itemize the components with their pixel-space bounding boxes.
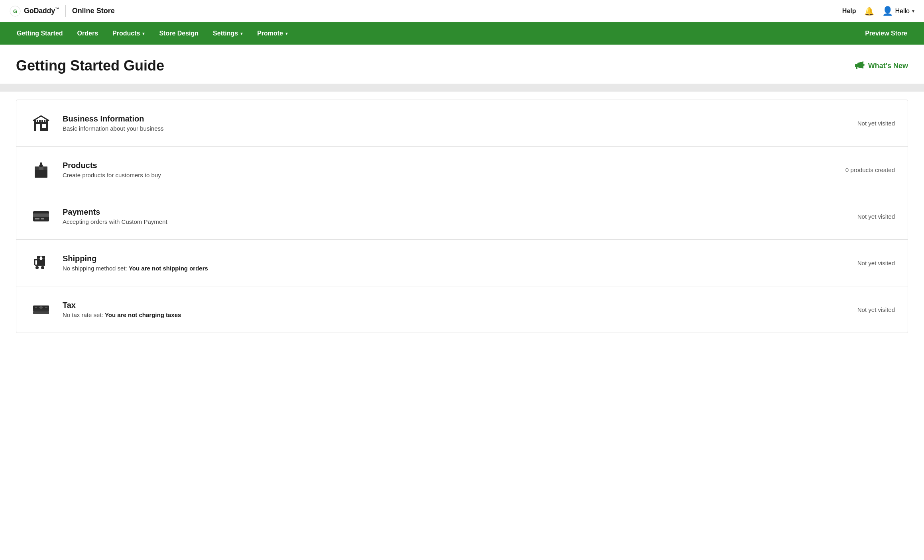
products-title: Products	[63, 161, 830, 170]
payments-desc: Accepting orders with Custom Payment	[63, 218, 841, 225]
payments-status: Not yet visited	[857, 213, 895, 220]
nav-item-getting-started[interactable]: Getting Started	[10, 22, 70, 45]
products-desc: Create products for customers to buy	[63, 172, 830, 178]
products-chevron-icon: ▾	[142, 31, 145, 36]
tax-icon	[29, 298, 53, 321]
nav-item-store-design[interactable]: Store Design	[152, 22, 206, 45]
logo-area[interactable]: G GoDaddy™	[10, 6, 59, 17]
promote-chevron-icon: ▾	[285, 31, 288, 36]
business-info-status: Not yet visited	[857, 120, 895, 127]
settings-chevron-icon: ▾	[240, 31, 243, 36]
nav-item-settings[interactable]: Settings ▾	[206, 22, 250, 45]
godaddy-logo-icon: G	[10, 6, 21, 17]
top-bar: G GoDaddy™ Online Store Help 🔔 👤 Hello ▾	[0, 0, 924, 22]
bell-icon[interactable]: 🔔	[864, 6, 874, 16]
user-icon: 👤	[882, 6, 893, 16]
payments-title: Payments	[63, 208, 841, 217]
svg-rect-32	[33, 311, 49, 314]
whats-new-label: What's New	[868, 62, 908, 70]
page-header: Getting Started Guide What's New	[16, 57, 908, 74]
products-status: 0 products created	[845, 166, 895, 173]
guide-card: Business Information Basic information a…	[16, 100, 908, 333]
svg-rect-36	[35, 307, 37, 308]
whats-new-button[interactable]: What's New	[855, 61, 908, 70]
svg-rect-20	[40, 163, 42, 167]
nav-item-orders[interactable]: Orders	[70, 22, 105, 45]
nav-item-products[interactable]: Products ▾	[105, 22, 152, 45]
svg-point-35	[39, 306, 43, 309]
business-info-content: Business Information Basic information a…	[63, 114, 841, 132]
shipping-icon	[29, 251, 53, 275]
shipping-title: Shipping	[63, 254, 841, 263]
products-content: Products Create products for customers t…	[63, 161, 830, 178]
page-title: Getting Started Guide	[16, 57, 164, 74]
nav-bar: Getting Started Orders Products ▾ Store …	[0, 22, 924, 45]
shipping-status: Not yet visited	[857, 260, 895, 266]
svg-marker-3	[857, 61, 863, 69]
business-info-title: Business Information	[63, 114, 841, 123]
svg-rect-8	[42, 124, 46, 128]
guide-row-tax[interactable]: Tax No tax rate set: You are not chargin…	[16, 286, 908, 333]
svg-point-28	[35, 266, 39, 269]
business-info-icon	[29, 111, 53, 135]
svg-rect-7	[36, 124, 40, 131]
svg-point-5	[863, 64, 865, 66]
user-chevron-icon: ▾	[912, 8, 914, 14]
svg-rect-22	[33, 213, 49, 217]
svg-rect-24	[41, 218, 44, 219]
user-label: Hello	[895, 8, 910, 15]
products-icon	[29, 158, 53, 182]
tax-title: Tax	[63, 301, 841, 310]
store-name: Online Store	[72, 7, 115, 15]
svg-rect-2	[855, 64, 857, 67]
svg-text:G: G	[13, 8, 17, 14]
svg-rect-31	[40, 257, 42, 260]
help-link[interactable]: Help	[842, 8, 856, 15]
logo-divider	[65, 5, 66, 17]
payments-icon	[29, 204, 53, 228]
logo-text: GoDaddy™	[24, 7, 59, 15]
preview-store-button[interactable]: Preview Store	[858, 22, 914, 45]
svg-rect-37	[45, 307, 47, 308]
svg-rect-16	[35, 169, 47, 178]
shipping-content: Shipping No shipping method set: You are…	[63, 254, 841, 272]
page-content: Getting Started Guide What's New	[0, 45, 924, 346]
nav-item-promote[interactable]: Promote ▾	[250, 22, 295, 45]
tax-desc: No tax rate set: You are not charging ta…	[63, 311, 841, 318]
user-area[interactable]: 👤 Hello ▾	[882, 6, 914, 16]
tax-status: Not yet visited	[857, 306, 895, 313]
guide-row-products[interactable]: Products Create products for customers t…	[16, 147, 908, 193]
gray-separator	[0, 84, 924, 92]
guide-row-payments[interactable]: Payments Accepting orders with Custom Pa…	[16, 193, 908, 240]
whats-new-icon	[855, 61, 865, 70]
svg-point-29	[41, 266, 44, 269]
top-bar-right: Help 🔔 👤 Hello ▾	[842, 6, 914, 16]
business-info-desc: Basic information about your business	[63, 125, 841, 132]
guide-row-business-information[interactable]: Business Information Basic information a…	[16, 100, 908, 147]
payments-content: Payments Accepting orders with Custom Pa…	[63, 208, 841, 225]
svg-rect-23	[35, 218, 39, 219]
guide-row-shipping[interactable]: Shipping No shipping method set: You are…	[16, 240, 908, 286]
shipping-desc: No shipping method set: You are not ship…	[63, 265, 841, 272]
tax-content: Tax No tax rate set: You are not chargin…	[63, 301, 841, 318]
svg-rect-4	[856, 67, 857, 69]
